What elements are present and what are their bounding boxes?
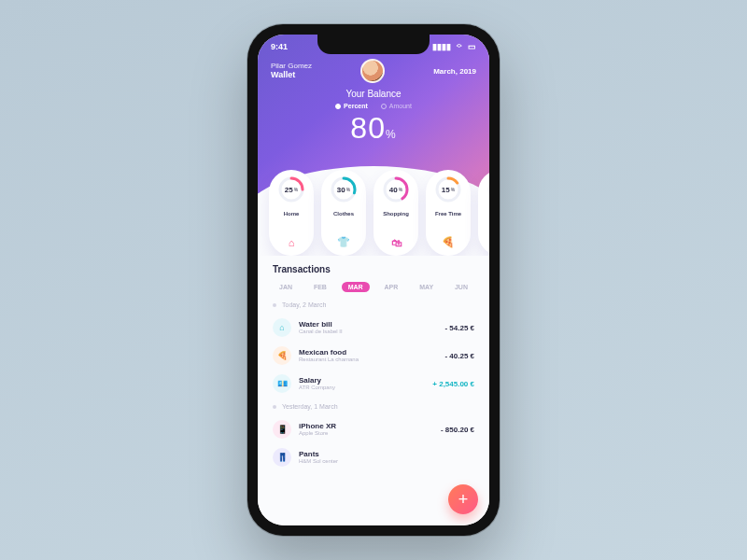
category-free-time[interactable]: 15%Free Time🍕 [426, 170, 471, 256]
transaction-list: Today, 2 March⌂Water billCanal de Isabel… [273, 301, 474, 471]
transaction-row[interactable]: ⌂Water billCanal de Isabel II- 54.25 € [273, 314, 474, 342]
transaction-row[interactable]: 👖PantsH&M Sol center [273, 443, 474, 471]
group-header: Yesterday, 1 March [273, 403, 474, 410]
category-home[interactable]: 25%Home⌂ [269, 170, 314, 256]
wifi-icon: ⌔ [457, 42, 461, 51]
month-mar[interactable]: MAR [342, 282, 370, 292]
month-jan[interactable]: JAN [273, 282, 299, 292]
transaction-icon: 💶 [273, 374, 291, 393]
transaction-icon: 📱 [273, 420, 291, 439]
transaction-row[interactable]: 🍕Mexican foodRestaurant La chamana- 40.2… [273, 342, 474, 370]
avatar[interactable] [360, 59, 385, 83]
transactions-title: Transactions [273, 264, 474, 274]
screen: 9:41 ▮▮▮▮ ⌔ ▭ Pilar Gomez Wallet March, … [258, 35, 489, 525]
notch [317, 34, 430, 54]
body: Transactions JANFEBMARAPRMAYJUN Today, 2… [258, 221, 489, 525]
month-feb[interactable]: FEB [307, 282, 333, 292]
header-date[interactable]: March, 2019 [433, 67, 476, 76]
add-button[interactable]: + [448, 484, 478, 514]
month-jun[interactable]: JUN [448, 282, 474, 292]
user-section: Wallet [271, 70, 312, 80]
status-icons: ▮▮▮▮ ⌔ ▭ [429, 42, 476, 51]
user-block[interactable]: Pilar Gomez Wallet [271, 62, 312, 80]
balance-modes: PercentAmount [271, 103, 476, 109]
balance-title: Your Balance [271, 89, 476, 99]
transaction-icon: 🍕 [273, 346, 291, 365]
month-may[interactable]: MAY [413, 282, 440, 292]
group-header: Today, 2 March [273, 301, 474, 308]
transaction-row[interactable]: 💶SalaryATR Company+ 2,545.00 € [273, 370, 474, 398]
battery-icon: ▭ [468, 42, 476, 51]
phone-frame: 9:41 ▮▮▮▮ ⌔ ▭ Pilar Gomez Wallet March, … [247, 24, 500, 536]
transaction-icon: ⌂ [273, 318, 291, 337]
category-more[interactable]: 50% [478, 170, 489, 256]
category-clothes[interactable]: 30%Clothes👕 [321, 170, 366, 256]
balance-value: 80% [271, 111, 476, 146]
mode-amount[interactable]: Amount [381, 103, 412, 109]
category-shopping[interactable]: 40%Shopping🛍 [374, 170, 418, 256]
transaction-icon: 👖 [273, 448, 291, 467]
user-name: Pilar Gomez [271, 62, 312, 71]
mode-percent[interactable]: Percent [335, 103, 368, 109]
status-time: 9:41 [271, 42, 288, 51]
category-pills[interactable]: 25%Home⌂30%Clothes👕40%Shopping🛍15%Free T… [258, 170, 489, 256]
month-tabs: JANFEBMARAPRMAYJUN [273, 282, 474, 292]
transaction-row[interactable]: 📱iPhone XRApple Store- 850.20 € [273, 415, 474, 443]
signal-icon: ▮▮▮▮ [432, 42, 451, 51]
month-apr[interactable]: APR [378, 282, 405, 292]
